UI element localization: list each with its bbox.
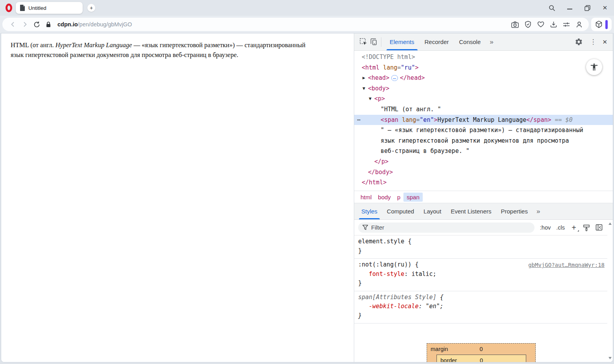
css-property-value[interactable]: italic; [411, 270, 436, 278]
url-text[interactable]: cdpn.io/pen/debug/gbMvjGO [57, 21, 132, 28]
code-segment: <!DOCTYPE html> [362, 53, 415, 61]
dom-node[interactable]: веб-страниц в браузере. " [354, 146, 613, 156]
page-text-before: HTML (от англ. [11, 41, 55, 49]
breadcrumb-item-body[interactable]: body [375, 193, 394, 202]
rendering-brush-icon[interactable] [583, 224, 590, 231]
scroll-down-icon[interactable] [608, 357, 612, 359]
expand-children-icon[interactable]: … [391, 75, 398, 81]
css-property[interactable]: -webkit-locale: "en"; [358, 302, 605, 311]
page-document-icon [20, 5, 25, 11]
shield-check-icon[interactable] [525, 21, 531, 28]
new-style-rule-button[interactable]: + [570, 224, 577, 231]
rule-selector[interactable]: :not(:lang(ru)) [358, 261, 411, 268]
node-options-icon[interactable]: ⋯ [357, 115, 361, 125]
styles-tab-properties[interactable]: Properties [496, 203, 533, 219]
css-property-value[interactable]: "en"; [426, 303, 444, 310]
code-segment: == $0 [551, 116, 573, 123]
breadcrumb-item-html[interactable]: html [357, 193, 375, 202]
devtools-tab-recorder[interactable]: Recorder [420, 33, 454, 50]
devtools-tab-elements[interactable]: Elements [385, 33, 420, 50]
stylesheet-link[interactable]: gbMvjGO?aut…RmqnaWyr:18 [528, 261, 605, 270]
collapse-arrow-icon[interactable]: ▼ [369, 94, 374, 104]
devtools-tab-console[interactable]: Console [454, 33, 486, 50]
device-toolbar-icon[interactable] [368, 37, 379, 47]
dom-node[interactable]: ▼<p> [354, 94, 613, 104]
dom-node[interactable]: язык гипертекстовой разметки документов … [354, 136, 613, 146]
styles-tab-computed[interactable]: Computed [382, 203, 419, 219]
dom-node[interactable]: ▶<head>…</head> [354, 73, 613, 83]
rule-header: span[Attributes Style] { [358, 293, 605, 302]
maximize-button[interactable] [584, 4, 591, 11]
box-model-margin[interactable]: margin 0 border 0 [427, 343, 536, 362]
lock-icon[interactable] [43, 21, 54, 28]
heart-icon[interactable] [537, 21, 544, 28]
forward-icon[interactable] [19, 22, 31, 27]
rule-close-brace: } [358, 311, 605, 321]
styles-filter-row: :hov .cls + [354, 220, 613, 235]
breadcrumb-item-p[interactable]: p [394, 193, 403, 202]
styles-tab-event-listeners[interactable]: Event Listeners [446, 203, 496, 219]
styles-scrollbar[interactable] [607, 220, 613, 362]
dom-node[interactable]: ▼<body> [354, 83, 613, 94]
filter-pill[interactable] [358, 222, 534, 233]
styles-more-tabs-icon[interactable]: » [533, 208, 544, 215]
easy-setup-sliders-icon[interactable] [563, 22, 570, 28]
box-model-border[interactable]: border 0 [436, 355, 526, 362]
dom-node[interactable]: <html lang="ru"> [354, 63, 613, 73]
download-icon[interactable] [550, 21, 557, 28]
inspect-element-icon[interactable] [358, 37, 368, 47]
toggle-hover-state-button[interactable]: :hov [540, 224, 551, 231]
accessibility-floating-button[interactable] [586, 59, 602, 75]
dom-tree: <!DOCTYPE html><html lang="ru">▶<head>…<… [354, 51, 613, 191]
dom-node[interactable]: " — «язык гипертекстовой разметки») — ст… [354, 125, 613, 136]
close-window-button[interactable]: ✕ [601, 4, 608, 11]
more-options-kebab-icon[interactable]: ⋮ [590, 38, 596, 46]
styles-tab-styles[interactable]: Styles [357, 203, 382, 219]
devtools-close-icon[interactable]: ✕ [602, 39, 607, 46]
settings-gear-icon[interactable] [573, 37, 584, 47]
search-icon[interactable] [548, 4, 555, 11]
new-tab-button[interactable]: + [87, 4, 95, 12]
sidebar-panel-widget[interactable] [591, 18, 612, 31]
code-segment: веб-страниц в браузере. " [381, 147, 470, 154]
dom-node[interactable]: </body> [354, 167, 613, 178]
border-top-value[interactable]: 0 [437, 357, 526, 362]
address-bar[interactable]: cdpn.io/pen/debug/gbMvjGO [2, 18, 589, 31]
filter-input[interactable] [371, 224, 530, 231]
devtools-tabbar: ElementsRecorderConsole [385, 33, 486, 50]
code-segment: "ru" [401, 64, 415, 71]
rule-close-brace: } [358, 279, 605, 288]
browser-tab[interactable]: Untitled [16, 2, 83, 14]
collapse-arrow-icon[interactable]: ▼ [362, 83, 368, 94]
profile-icon[interactable] [576, 21, 583, 28]
expand-arrow-icon[interactable]: ▶ [362, 73, 368, 83]
css-property[interactable]: font-style: italic; [358, 270, 605, 279]
scroll-up-icon[interactable] [608, 222, 612, 225]
minimize-button[interactable] [566, 4, 573, 11]
code-segment: </span> [526, 116, 551, 123]
margin-top-value[interactable]: 0 [427, 346, 535, 352]
rule-selector[interactable]: span[Attributes Style] [358, 294, 436, 301]
styles-tab-layout[interactable]: Layout [419, 203, 446, 219]
dom-node[interactable]: </p> [354, 156, 613, 167]
reload-icon[interactable] [31, 21, 43, 28]
dom-node[interactable]: ⋯<span lang="en">HyperText Markup Langua… [354, 115, 613, 125]
devtools-header: ElementsRecorderConsole » ⋮ ✕ [354, 33, 613, 51]
code-segment: lang [379, 64, 397, 71]
code-segment: <html [362, 64, 379, 71]
dom-node[interactable]: "HTML (от англ. " [354, 104, 613, 115]
breadcrumb-item-span[interactable]: span [403, 193, 423, 202]
dom-node[interactable]: <!DOCTYPE html> [354, 52, 613, 63]
extensions-cube-icon[interactable] [595, 20, 603, 28]
opera-logo-icon[interactable] [6, 4, 12, 12]
back-icon[interactable] [7, 22, 19, 27]
css-property-name[interactable]: -webkit-locale [369, 303, 418, 310]
toggle-class-button[interactable]: .cls [556, 224, 565, 231]
css-property-name[interactable]: font-style [369, 270, 404, 278]
more-tabs-icon[interactable]: » [486, 38, 497, 46]
snapshot-camera-icon[interactable] [511, 21, 519, 28]
toggle-sidebar-panel-icon[interactable] [596, 224, 603, 231]
dom-node[interactable]: </html> [354, 177, 613, 188]
rule-selector[interactable]: element.style [358, 238, 404, 245]
url-path: /pen/debug/gbMvjGO [78, 21, 132, 28]
